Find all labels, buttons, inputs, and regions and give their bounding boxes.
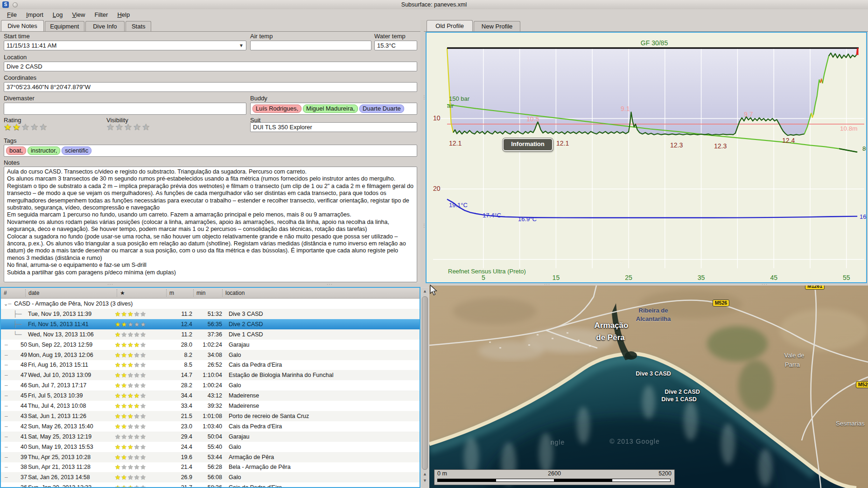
table-row[interactable]: –36Sun, Jan 20, 2013 12:33★★★★★21.758:36… [1,482,420,488]
buddy-input[interactable]: Luís Rodrigues,Miguel Madureira,Duarte D… [250,103,417,115]
column-header-stars[interactable]: ★ [117,289,166,297]
star-icon[interactable]: ★ [4,122,13,132]
table-row[interactable]: –42Sun, May 26, 2013 15:40★★★★★23.01:03:… [1,421,420,432]
column-header-location[interactable]: location [222,289,362,297]
road-shield-label: M1261 [805,286,825,290]
menu-file[interactable]: File [3,10,21,19]
table-row[interactable]: –48Fri, Aug 16, 2013 15:11★★★★★8.526:52C… [1,360,420,370]
tab-new-profile[interactable]: New Profile [474,21,520,31]
scroll-up-icon[interactable]: ▲ [421,289,428,293]
svg-text:17.4°C: 17.4°C [483,212,501,219]
dive-list-scrollbar[interactable]: ▲ ▲ ▼ [421,288,428,488]
map-place-label: Vale de [784,352,804,359]
map-scale-bar: 0 m 2600 5200 [434,469,675,485]
star-icon[interactable]: ★ [21,122,30,132]
menu-help[interactable]: Help [113,10,134,19]
notes-textarea[interactable]: Aula do curso CASD. Transectos c/video e… [4,167,417,282]
star-icon[interactable]: ★ [39,122,48,132]
star-icon[interactable]: ★ [106,122,115,132]
buddy-tag: Luís Rodrigues, [252,105,301,113]
table-row[interactable]: ├─Fri, Nov 15, 2013 11:41★★★★★12.456:35D… [1,319,420,329]
suit-input[interactable] [250,122,417,132]
svg-text:air: air [447,102,454,109]
map-place-label: ngle [551,439,565,446]
svg-text:9.7: 9.7 [744,111,753,118]
svg-text:35: 35 [698,274,705,281]
tab-stats[interactable]: Stats [126,21,151,31]
svg-text:16.9°C: 16.9°C [518,216,537,223]
menu-log[interactable]: Log [49,10,67,19]
table-row[interactable]: –46Sun, Jul 7, 2013 17:17★★★★★28.21:00:2… [1,380,420,390]
star-icon[interactable]: ★ [124,122,133,132]
map-panel[interactable]: Armaçãode PêraRibeira deAlcantarilhaVale… [429,286,868,488]
dive-site-label: Dive 2 CASD [665,389,700,395]
table-row[interactable]: –44Thu, Jul 4, 2013 10:08★★★★★33.439:32M… [1,401,420,411]
table-row[interactable]: –47Wed, Jul 10, 2013 13:09★★★★★14.71:10:… [1,370,420,380]
column-header-date[interactable]: date [25,289,117,297]
svg-text:25: 25 [625,274,632,281]
tab-equipment[interactable]: Equipment [45,21,84,31]
menu-import[interactable]: Import [22,10,48,19]
scrollbar-thumb[interactable] [422,296,428,470]
dive-list-header[interactable]: #date★mminlocation [1,288,420,299]
tab-old-profile[interactable]: Old Profile [427,20,473,31]
svg-text:10: 10 [433,114,441,122]
table-row[interactable]: –49Mon, Aug 19, 2013 12:06★★★★★8.234:08G… [1,350,420,360]
star-icon[interactable]: ★ [13,122,21,132]
star-icon[interactable]: ★ [133,122,142,132]
star-icon[interactable]: ★ [30,122,39,132]
table-row[interactable]: –37Sat, Jan 26, 2013 14:58★★★★★26.956:08… [1,472,420,482]
scroll-up2-icon[interactable]: ▲ [421,472,428,476]
svg-text:12.3: 12.3 [714,142,727,150]
divemaster-input[interactable] [4,103,246,115]
buddy-label: Buddy [250,95,267,102]
table-row[interactable]: –43Sat, Jun 1, 2013 11:26★★★★★21.51:01:0… [1,411,420,421]
svg-text:55: 55 [843,274,850,281]
column-header-num[interactable]: # [1,289,25,297]
svg-text:12.4: 12.4 [782,137,795,144]
scroll-down-icon[interactable]: ▼ [421,478,428,483]
visibility-stars[interactable]: ★★★★★ [106,123,151,132]
air-temp-label: Air temp [250,33,273,40]
svg-text:10.8m: 10.8m [840,125,858,132]
table-row[interactable]: └─Wed, Nov 13, 2013 11:06★★★★★11.237:36D… [1,329,420,340]
start-time-label: Start time [4,33,30,40]
column-header-m[interactable]: m [166,289,193,297]
road-shield-label: M526 [713,300,729,307]
table-row[interactable]: –40Sun, May 19, 2013 15:53★★★★★24.455:40… [1,442,420,452]
svg-text:12.1: 12.1 [449,139,462,147]
svg-text:16: 16 [860,213,866,220]
table-row[interactable]: –41Sat, May 25, 2013 12:19★★★★★29.450:04… [1,432,420,442]
svg-text:45: 45 [770,274,777,281]
star-icon[interactable]: ★ [115,122,124,132]
tab-dive-info[interactable]: Dive Info [85,21,125,31]
svg-text:15: 15 [553,274,560,281]
chevron-down-icon[interactable]: ▼ [239,43,244,48]
tags-input[interactable]: boat,instructor,scientific [4,145,417,157]
tab-dive-notes[interactable]: Dive Notes [1,20,44,31]
coordinates-input[interactable] [4,82,417,92]
column-header-min[interactable]: min [193,289,222,297]
map-place-label: Sesmarias [836,420,864,427]
table-row[interactable]: –38Sun, Apr 21, 2013 11:28★★★★★21.456:28… [1,462,420,472]
dive-tag: boat, [6,146,26,155]
water-temp-input[interactable] [374,41,417,50]
information-overlay[interactable]: Information [503,138,553,151]
title-bar: S Subsurface: paneves.xml [0,0,868,9]
table-row[interactable]: ├─Tue, Nov 19, 2013 11:39★★★★★11.251:32D… [1,309,420,319]
dive-group-row[interactable]: ⌄–CASD - Armação de Pêra, Nov 2013 (3 di… [1,299,420,309]
rating-stars[interactable]: ★★★★★ [4,123,48,132]
dive-profile-chart[interactable]: GF 30/85150 barair8010.8m102051525354555… [426,32,867,283]
menu-filter[interactable]: Filter [90,10,112,19]
star-icon[interactable]: ★ [142,122,151,132]
table-row[interactable]: –45Fri, Jul 5, 2013 10:39★★★★★34.443:12M… [1,390,420,401]
menu-view[interactable]: View [68,10,90,19]
location-label: Location [4,54,27,61]
table-row[interactable]: –50Sun, Sep 22, 2013 12:59★★★★★28.01:02:… [1,340,420,350]
map-place-label: Ribeira de [639,307,668,314]
location-input[interactable] [4,62,417,71]
table-row[interactable]: –39Thu, Apr 25, 2013 10:28★★★★★19.653:44… [1,452,420,462]
dive-list-table[interactable]: #date★mminlocation ⌄–CASD - Armação de P… [0,287,420,488]
air-temp-input[interactable] [250,41,371,50]
start-time-input[interactable] [4,41,246,50]
